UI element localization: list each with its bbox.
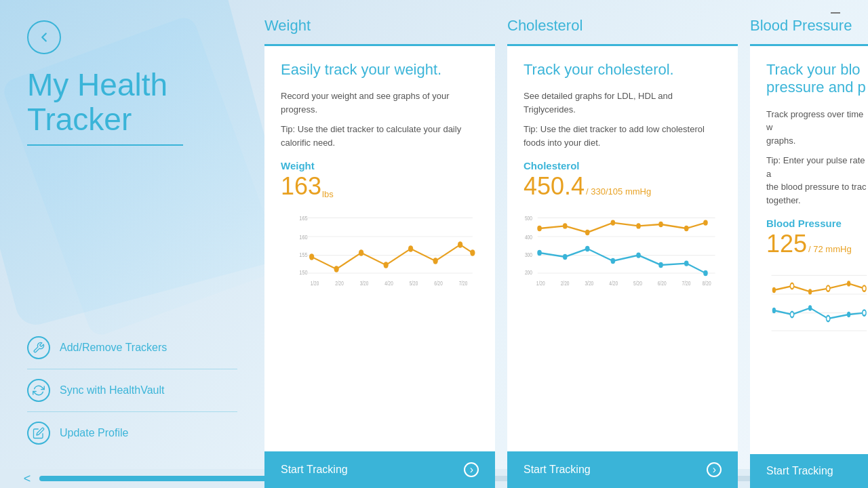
svg-point-13 [433, 258, 437, 265]
svg-point-60 [790, 283, 793, 289]
cholesterol-header: Cholesterol [507, 17, 738, 39]
blood-pressure-card: Track your blopressure and p Track progr… [750, 46, 868, 488]
blood-pressure-metric-value: 125/ 72 mmHg [766, 232, 868, 256]
sync-icon [27, 379, 50, 402]
back-button[interactable] [27, 20, 61, 54]
svg-point-37 [684, 226, 689, 231]
weight-card: Easily track your weight. Record your we… [264, 46, 495, 488]
svg-text:155: 155 [299, 251, 307, 258]
svg-text:160: 160 [299, 233, 307, 241]
svg-point-46 [703, 270, 708, 276]
svg-text:5/20: 5/20 [633, 281, 642, 287]
svg-text:4/20: 4/20 [609, 281, 618, 287]
svg-point-65 [772, 308, 776, 313]
tracker-cards-container: Weight Easily track your weight. Record … [264, 17, 868, 488]
cholesterol-metric-label: Cholesterol [524, 160, 722, 171]
svg-point-44 [658, 262, 663, 268]
svg-text:150: 150 [299, 269, 307, 277]
cholesterol-metric-value: 450.4/ 330/105 mmHg [524, 174, 722, 199]
blood-pressure-tracker-column: Blood Pressure Track your blopressure an… [750, 17, 868, 488]
nav-label-sync: Sync with HealthVault [60, 384, 164, 396]
svg-point-8 [309, 254, 314, 261]
svg-text:500: 500 [525, 216, 532, 222]
app-title: My Health Tracker [27, 68, 237, 136]
svg-point-15 [470, 250, 475, 257]
cholesterol-headline: Track your cholesterol. [524, 61, 722, 79]
svg-text:6/20: 6/20 [658, 281, 667, 287]
svg-text:165: 165 [299, 214, 307, 222]
svg-point-9 [334, 266, 338, 273]
nav-label-add-remove: Add/Remove Trackers [60, 342, 167, 354]
weight-start-tracking-button[interactable]: Start Tracking [264, 451, 495, 488]
svg-point-70 [863, 310, 866, 316]
cholesterol-tracker-column: Cholesterol Track your cholesterol. See … [507, 17, 738, 488]
weight-tracker-column: Weight Easily track your weight. Record … [264, 17, 495, 488]
svg-point-68 [827, 316, 830, 321]
svg-point-11 [383, 262, 388, 269]
cholesterol-chart: 500 400 300 200 [524, 208, 722, 289]
svg-point-10 [359, 250, 363, 257]
svg-point-66 [790, 312, 793, 317]
svg-text:1/20: 1/20 [536, 281, 545, 287]
minimize-button[interactable] [829, 3, 842, 14]
cholesterol-chevron-icon [707, 462, 722, 477]
svg-point-14 [458, 242, 462, 249]
svg-point-31 [537, 226, 542, 231]
svg-text:4/20: 4/20 [384, 281, 393, 287]
weight-tip: Tip: Use the diet tracker to calculate y… [281, 123, 479, 149]
svg-point-43 [636, 253, 641, 258]
svg-text:300: 300 [525, 252, 532, 259]
weight-description: Record your weight and see graphs of you… [281, 89, 479, 116]
weight-metric-label: Weight [281, 160, 479, 171]
svg-text:200: 200 [525, 270, 532, 277]
svg-text:5/20: 5/20 [410, 281, 418, 287]
svg-text:3/20: 3/20 [585, 281, 593, 287]
cholesterol-tip: Tip: Use the diet tracker to add low cho… [524, 123, 722, 149]
svg-point-40 [563, 254, 568, 260]
svg-point-42 [611, 258, 616, 264]
svg-text:2/20: 2/20 [335, 281, 343, 287]
svg-text:3/20: 3/20 [360, 281, 368, 287]
svg-point-32 [563, 224, 568, 229]
wrench-icon [27, 336, 50, 359]
blood-pressure-header: Blood Pressure [750, 17, 868, 39]
weight-headline: Easily track your weight. [281, 61, 479, 79]
svg-point-33 [585, 230, 590, 235]
svg-point-61 [808, 289, 812, 294]
pencil-icon [27, 422, 50, 445]
svg-text:6/20: 6/20 [434, 281, 442, 287]
svg-text:2/20: 2/20 [561, 281, 570, 287]
blood-pressure-headline: Track your blopressure and p [766, 61, 868, 97]
title-divider [27, 144, 183, 146]
svg-text:7/20: 7/20 [682, 281, 691, 287]
weight-chart: 165 160 155 150 [281, 208, 479, 289]
svg-point-62 [827, 286, 830, 291]
sidebar-item-add-remove[interactable]: Add/Remove Trackers [27, 327, 237, 369]
svg-text:8/20: 8/20 [703, 281, 711, 287]
weight-metric-value: 163lbs [281, 174, 479, 199]
svg-point-64 [863, 286, 866, 291]
svg-text:7/20: 7/20 [459, 281, 467, 287]
blood-pressure-metric-label: Blood Pressure [766, 218, 868, 229]
svg-point-39 [537, 250, 542, 256]
blood-pressure-start-tracking-button[interactable]: Start Tracking [750, 454, 868, 488]
sidebar-item-sync[interactable]: Sync with HealthVault [27, 369, 237, 412]
svg-point-36 [658, 222, 663, 227]
svg-point-67 [808, 305, 812, 310]
svg-point-59 [772, 287, 776, 293]
svg-point-38 [703, 220, 708, 226]
cholesterol-card: Track your cholesterol. See detailed gra… [507, 46, 738, 488]
cholesterol-start-tracking-button[interactable]: Start Tracking [507, 451, 738, 488]
weight-header: Weight [264, 17, 495, 39]
svg-point-45 [684, 261, 689, 266]
cholesterol-description: See detailed graphs for LDL, HDL and Tri… [524, 89, 722, 116]
svg-point-69 [847, 312, 850, 317]
blood-pressure-chart [766, 266, 868, 347]
sidebar-item-profile[interactable]: Update Profile [27, 412, 237, 454]
svg-point-41 [585, 246, 590, 251]
svg-point-34 [611, 220, 616, 226]
sidebar-nav: Add/Remove Trackers Sync with HealthVaul… [27, 327, 237, 468]
sidebar: My Health Tracker Add/Remove Trackers [0, 0, 264, 488]
svg-text:1/20: 1/20 [311, 281, 319, 287]
svg-text:400: 400 [525, 234, 532, 241]
